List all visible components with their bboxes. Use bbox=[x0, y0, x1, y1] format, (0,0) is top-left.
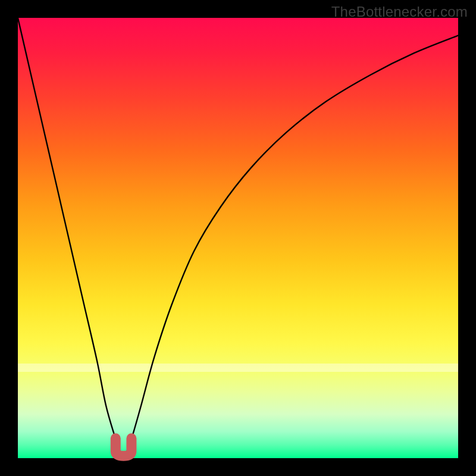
chart-svg bbox=[18, 18, 458, 458]
attribution-text: TheBottlenecker.com bbox=[331, 4, 468, 20]
bottleneck-curve bbox=[18, 18, 458, 454]
trough-u-marker bbox=[115, 439, 131, 456]
